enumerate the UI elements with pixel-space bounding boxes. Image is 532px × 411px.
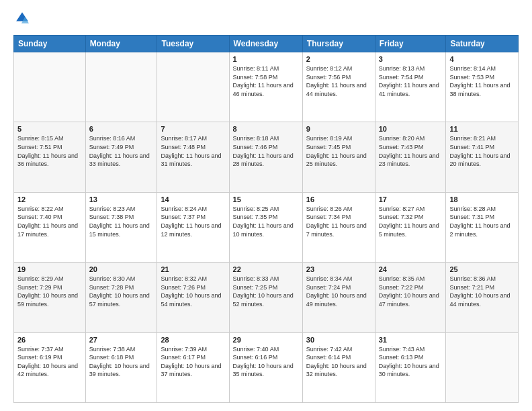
day-info: Sunrise: 8:30 AM Sunset: 7:28 PM Dayligh… (89, 275, 154, 308)
col-header-thursday: Thursday (302, 36, 375, 52)
day-cell: 19Sunrise: 8:29 AM Sunset: 7:29 PM Dayli… (14, 263, 86, 332)
day-number: 21 (161, 265, 225, 273)
day-info: Sunrise: 8:14 AM Sunset: 7:53 PM Dayligh… (449, 64, 515, 98)
day-number: 3 (379, 55, 443, 63)
day-cell: 2Sunrise: 8:12 AM Sunset: 7:56 PM Daylig… (302, 52, 375, 122)
week-row-3: 12Sunrise: 8:22 AM Sunset: 7:40 PM Dayli… (14, 192, 519, 262)
day-info: Sunrise: 8:23 AM Sunset: 7:38 PM Dayligh… (89, 205, 154, 238)
day-number: 22 (233, 265, 299, 273)
day-number: 17 (379, 195, 443, 203)
day-number: 11 (449, 125, 515, 133)
day-number: 24 (379, 265, 443, 273)
day-info: Sunrise: 8:17 AM Sunset: 7:48 PM Dayligh… (161, 134, 225, 168)
day-info: Sunrise: 8:33 AM Sunset: 7:25 PM Dayligh… (233, 275, 299, 308)
day-number: 26 (17, 336, 82, 344)
day-cell: 12Sunrise: 8:22 AM Sunset: 7:40 PM Dayli… (14, 192, 86, 262)
day-info: Sunrise: 7:42 AM Sunset: 6:14 PM Dayligh… (306, 345, 371, 379)
day-info: Sunrise: 8:22 AM Sunset: 7:40 PM Dayligh… (17, 205, 82, 238)
col-header-monday: Monday (85, 36, 157, 52)
day-cell: 3Sunrise: 8:13 AM Sunset: 7:54 PM Daylig… (375, 52, 446, 122)
day-number: 8 (233, 125, 299, 133)
day-cell: 30Sunrise: 7:42 AM Sunset: 6:14 PM Dayli… (302, 332, 375, 402)
day-info: Sunrise: 8:13 AM Sunset: 7:54 PM Dayligh… (379, 64, 443, 98)
day-number: 4 (449, 55, 515, 63)
day-cell (157, 52, 229, 122)
day-info: Sunrise: 7:37 AM Sunset: 6:19 PM Dayligh… (17, 345, 82, 379)
day-cell: 6Sunrise: 8:16 AM Sunset: 7:49 PM Daylig… (85, 122, 157, 192)
week-row-2: 5Sunrise: 8:15 AM Sunset: 7:51 PM Daylig… (14, 122, 519, 192)
day-number: 23 (306, 265, 371, 273)
day-number: 1 (233, 55, 299, 63)
day-info: Sunrise: 8:36 AM Sunset: 7:21 PM Dayligh… (449, 275, 515, 308)
day-info: Sunrise: 8:12 AM Sunset: 7:56 PM Dayligh… (306, 64, 371, 98)
day-cell: 13Sunrise: 8:23 AM Sunset: 7:38 PM Dayli… (85, 192, 157, 262)
day-number: 9 (306, 125, 371, 133)
week-row-1: 1Sunrise: 8:11 AM Sunset: 7:58 PM Daylig… (14, 52, 519, 122)
day-info: Sunrise: 8:25 AM Sunset: 7:35 PM Dayligh… (233, 205, 299, 238)
day-info: Sunrise: 7:39 AM Sunset: 6:17 PM Dayligh… (161, 345, 225, 379)
day-cell: 25Sunrise: 8:36 AM Sunset: 7:21 PM Dayli… (446, 263, 519, 332)
day-info: Sunrise: 7:38 AM Sunset: 6:18 PM Dayligh… (89, 345, 154, 379)
day-number: 5 (17, 125, 82, 133)
day-info: Sunrise: 8:34 AM Sunset: 7:24 PM Dayligh… (306, 275, 371, 308)
day-cell (85, 52, 157, 122)
col-header-sunday: Sunday (14, 36, 86, 52)
day-info: Sunrise: 8:11 AM Sunset: 7:58 PM Dayligh… (233, 64, 299, 98)
day-cell: 1Sunrise: 8:11 AM Sunset: 7:58 PM Daylig… (229, 52, 302, 122)
day-info: Sunrise: 8:21 AM Sunset: 7:41 PM Dayligh… (449, 134, 515, 168)
day-number: 31 (379, 336, 443, 344)
col-header-saturday: Saturday (446, 36, 519, 52)
week-row-5: 26Sunrise: 7:37 AM Sunset: 6:19 PM Dayli… (14, 332, 519, 402)
day-info: Sunrise: 8:24 AM Sunset: 7:37 PM Dayligh… (161, 205, 225, 238)
day-number: 27 (89, 336, 154, 344)
day-number: 14 (161, 195, 225, 203)
day-cell: 31Sunrise: 7:43 AM Sunset: 6:13 PM Dayli… (375, 332, 446, 402)
day-info: Sunrise: 8:35 AM Sunset: 7:22 PM Dayligh… (379, 275, 443, 308)
day-info: Sunrise: 8:32 AM Sunset: 7:26 PM Dayligh… (161, 275, 225, 308)
day-info: Sunrise: 8:29 AM Sunset: 7:29 PM Dayligh… (17, 275, 82, 308)
day-cell: 10Sunrise: 8:20 AM Sunset: 7:43 PM Dayli… (375, 122, 446, 192)
day-cell: 4Sunrise: 8:14 AM Sunset: 7:53 PM Daylig… (446, 52, 519, 122)
day-number: 16 (306, 195, 371, 203)
day-info: Sunrise: 8:28 AM Sunset: 7:31 PM Dayligh… (449, 205, 515, 238)
calendar-table: SundayMondayTuesdayWednesdayThursdayFrid… (13, 35, 519, 403)
day-cell: 28Sunrise: 7:39 AM Sunset: 6:17 PM Dayli… (157, 332, 229, 402)
day-info: Sunrise: 8:20 AM Sunset: 7:43 PM Dayligh… (379, 134, 443, 168)
day-cell: 18Sunrise: 8:28 AM Sunset: 7:31 PM Dayli… (446, 192, 519, 262)
header-row: SundayMondayTuesdayWednesdayThursdayFrid… (14, 36, 519, 52)
day-number: 30 (306, 336, 371, 344)
day-number: 29 (233, 336, 299, 344)
day-number: 15 (233, 195, 299, 203)
day-cell: 22Sunrise: 8:33 AM Sunset: 7:25 PM Dayli… (229, 263, 302, 332)
day-number: 10 (379, 125, 443, 133)
header (13, 11, 519, 28)
col-header-friday: Friday (375, 36, 446, 52)
day-number: 19 (17, 265, 82, 273)
col-header-tuesday: Tuesday (157, 36, 229, 52)
day-cell (14, 52, 86, 122)
day-cell: 24Sunrise: 8:35 AM Sunset: 7:22 PM Dayli… (375, 263, 446, 332)
day-cell: 21Sunrise: 8:32 AM Sunset: 7:26 PM Dayli… (157, 263, 229, 332)
day-info: Sunrise: 8:16 AM Sunset: 7:49 PM Dayligh… (89, 134, 154, 168)
logo (13, 11, 30, 28)
day-cell: 11Sunrise: 8:21 AM Sunset: 7:41 PM Dayli… (446, 122, 519, 192)
day-number: 12 (17, 195, 82, 203)
day-number: 13 (89, 195, 154, 203)
day-number: 20 (89, 265, 154, 273)
day-cell: 23Sunrise: 8:34 AM Sunset: 7:24 PM Dayli… (302, 263, 375, 332)
day-cell (446, 332, 519, 402)
day-cell: 26Sunrise: 7:37 AM Sunset: 6:19 PM Dayli… (14, 332, 86, 402)
day-cell: 5Sunrise: 8:15 AM Sunset: 7:51 PM Daylig… (14, 122, 86, 192)
day-number: 2 (306, 55, 371, 63)
logo-icon (15, 11, 30, 26)
day-info: Sunrise: 8:19 AM Sunset: 7:45 PM Dayligh… (306, 134, 371, 168)
day-number: 25 (449, 265, 515, 273)
page: SundayMondayTuesdayWednesdayThursdayFrid… (0, 0, 532, 411)
day-cell: 7Sunrise: 8:17 AM Sunset: 7:48 PM Daylig… (157, 122, 229, 192)
day-info: Sunrise: 7:40 AM Sunset: 6:16 PM Dayligh… (233, 345, 299, 379)
day-number: 18 (449, 195, 515, 203)
day-cell: 20Sunrise: 8:30 AM Sunset: 7:28 PM Dayli… (85, 263, 157, 332)
day-number: 6 (89, 125, 154, 133)
day-number: 28 (161, 336, 225, 344)
day-cell: 29Sunrise: 7:40 AM Sunset: 6:16 PM Dayli… (229, 332, 302, 402)
